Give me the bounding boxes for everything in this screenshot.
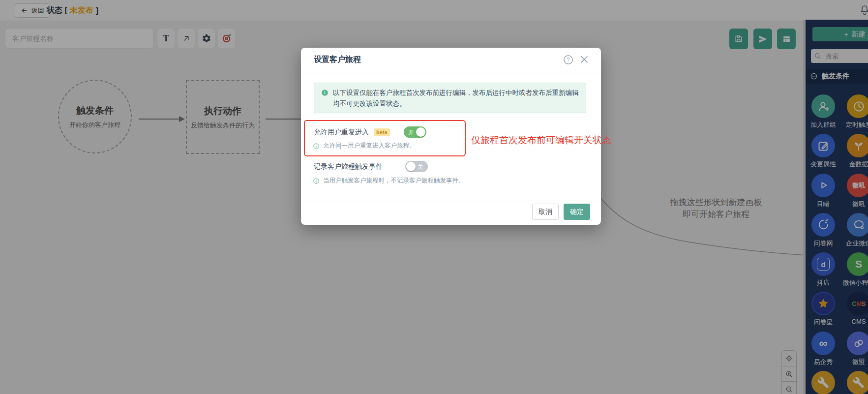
help-icon[interactable]: ? <box>563 55 573 65</box>
info-banner: 以下设置仅能在客户旅程首次发布前进行编辑，发布后运行中时或者发布后重新编辑均不可… <box>314 83 586 113</box>
setting-desc: 当用户触发客户旅程时，不记录客户旅程触发事件。 <box>323 177 465 185</box>
setting-desc-row: 当用户触发客户旅程时，不记录客户旅程触发事件。 <box>313 177 465 185</box>
close-icon[interactable] <box>580 56 588 63</box>
annotation-note-text: 仅旅程首次发布前可编辑开关状态 <box>471 134 611 147</box>
info-outline-icon <box>313 178 320 184</box>
modal-header: 设置客户旅程 <box>301 48 601 72</box>
setting-row-log-trigger-events: 记录客户旅程触发事件 关 <box>314 161 428 172</box>
journey-editor: 返回 状态 [ 未发布 ] T <box>0 0 868 394</box>
modal-title: 设置客户旅程 <box>314 55 361 65</box>
toggle-knob <box>406 162 416 171</box>
info-text: 以下设置仅能在客户旅程首次发布前进行编辑，发布后运行中时或者发布后重新编辑均不可… <box>333 88 579 108</box>
cancel-button[interactable]: 取消 <box>532 204 559 220</box>
svg-text:?: ? <box>567 57 570 62</box>
confirm-button[interactable]: 确定 <box>564 204 590 220</box>
setting-label: 记录客户旅程触发事件 <box>314 162 383 171</box>
info-circle-icon <box>321 89 329 108</box>
annotation-highlight-box <box>304 120 466 156</box>
log-events-toggle[interactable]: 关 <box>405 161 428 172</box>
modal-footer: 取消 确定 <box>301 201 601 225</box>
